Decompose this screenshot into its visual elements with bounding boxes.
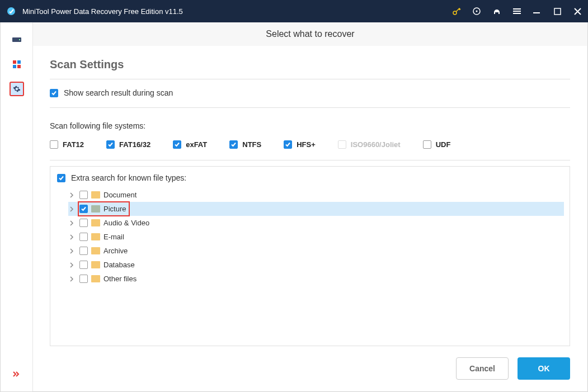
app-title: MiniTool Power Data Recovery Free Editio…	[22, 7, 451, 16]
key-icon[interactable]	[451, 6, 462, 16]
folder-icon	[91, 261, 100, 268]
folder-icon	[91, 205, 100, 212]
fs-iso: ISO9660/Joliet	[338, 140, 401, 149]
tree-row-database[interactable]: Database	[68, 258, 564, 272]
fs-hfs-label: HFS+	[297, 140, 316, 149]
tree-row-archive[interactable]: Archive	[68, 244, 564, 258]
tree-email-checkbox[interactable]	[79, 233, 88, 241]
fs-fat1632[interactable]: FAT16/32	[106, 140, 150, 149]
sidebar-item-recovery[interactable]	[10, 32, 24, 47]
svg-rect-11	[13, 60, 16, 64]
fs-exfat[interactable]: exFAT	[173, 140, 207, 149]
tree-archive-label: Archive	[104, 247, 128, 255]
tree-audio-label: Audio & Video	[104, 219, 149, 227]
chevron-right-icon[interactable]	[68, 262, 76, 268]
tree-row-other[interactable]: Other files	[68, 272, 564, 286]
tree-row-picture[interactable]: Picture	[68, 202, 564, 216]
svg-rect-6	[513, 13, 521, 14]
svg-rect-8	[554, 8, 561, 15]
banner-title: Select what to recover	[33, 22, 587, 46]
chevron-right-icon[interactable]	[68, 192, 76, 198]
sidebar-item-devices[interactable]	[10, 57, 24, 72]
fs-udf-checkbox[interactable]	[423, 140, 431, 149]
fs-section-label: Scan following file systems:	[50, 121, 570, 130]
fs-exfat-label: exFAT	[186, 140, 207, 149]
svg-rect-7	[533, 12, 540, 13]
fs-fat12-label: FAT12	[63, 140, 84, 149]
fs-hfs-checkbox[interactable]	[284, 140, 292, 149]
maximize-icon[interactable]	[552, 6, 562, 16]
extra-search-box: Extra search for known file types: Docum…	[50, 166, 570, 346]
svg-rect-13	[13, 65, 16, 68]
tree-database-label: Database	[104, 261, 135, 269]
chevron-right-icon[interactable]	[68, 276, 76, 282]
folder-icon	[91, 275, 100, 282]
ok-button[interactable]: OK	[518, 357, 570, 380]
tree-picture-checkbox[interactable]	[79, 205, 88, 213]
fs-iso-label: ISO9660/Joliet	[351, 140, 401, 149]
fs-row: FAT12 FAT16/32 exFAT NTFS HFS+ ISO9660/J…	[50, 140, 570, 160]
extra-search-checkbox[interactable]	[57, 174, 65, 182]
tree-other-label: Other files	[104, 275, 137, 283]
fs-hfs[interactable]: HFS+	[284, 140, 316, 149]
tree-row-audio-video[interactable]: Audio & Video	[68, 216, 564, 230]
chevron-right-icon[interactable]	[68, 206, 76, 212]
disc-icon[interactable]	[472, 6, 482, 16]
show-search-label: Show search result during scan	[64, 88, 173, 97]
svg-rect-5	[513, 11, 521, 12]
chevron-right-icon[interactable]	[68, 248, 76, 254]
tree-database-checkbox[interactable]	[79, 261, 88, 269]
fs-udf[interactable]: UDF	[423, 140, 451, 149]
extra-search-label: Extra search for known file types:	[71, 173, 186, 182]
fs-fat12-checkbox[interactable]	[50, 140, 58, 149]
svg-point-3	[476, 11, 478, 12]
tree-document-checkbox[interactable]	[79, 191, 88, 199]
fs-fat12[interactable]: FAT12	[50, 140, 84, 149]
fs-udf-label: UDF	[436, 140, 451, 149]
chevron-right-icon[interactable]	[68, 220, 76, 226]
tree-row-email[interactable]: E-mail	[68, 230, 564, 244]
sidebar	[1, 22, 33, 391]
folder-icon	[91, 219, 100, 226]
sidebar-item-settings[interactable]	[10, 82, 24, 96]
folder-icon	[91, 191, 100, 199]
svg-rect-10	[19, 39, 20, 40]
tree-document-label: Document	[104, 191, 137, 199]
headphones-icon[interactable]	[492, 6, 502, 16]
svg-point-0	[7, 7, 15, 15]
app-logo-icon	[6, 6, 17, 17]
fs-ntfs-label: NTFS	[242, 140, 261, 149]
cancel-button[interactable]: Cancel	[456, 357, 509, 380]
tree-archive-checkbox[interactable]	[79, 247, 88, 255]
show-search-row: Show search result during scan	[50, 79, 570, 108]
fs-exfat-checkbox[interactable]	[173, 140, 181, 149]
folder-icon	[91, 233, 100, 240]
folder-icon	[91, 247, 100, 254]
fs-ntfs-checkbox[interactable]	[229, 140, 238, 149]
tree-other-checkbox[interactable]	[79, 275, 88, 283]
menu-icon[interactable]	[512, 6, 522, 16]
sidebar-expand-icon[interactable]	[10, 367, 24, 381]
close-icon[interactable]	[572, 6, 582, 16]
svg-rect-14	[17, 65, 21, 68]
tree-email-label: E-mail	[104, 233, 124, 241]
titlebar-controls	[451, 6, 582, 16]
fs-ntfs[interactable]: NTFS	[229, 140, 261, 149]
minimize-icon[interactable]	[532, 6, 542, 16]
file-type-tree: Document Picture Audio & Video	[68, 188, 564, 286]
titlebar: MiniTool Power Data Recovery Free Editio…	[0, 0, 588, 22]
tree-row-document[interactable]: Document	[68, 188, 564, 202]
fs-fat1632-checkbox[interactable]	[106, 140, 115, 149]
svg-rect-4	[513, 8, 521, 10]
fs-iso-checkbox	[338, 140, 346, 149]
tree-picture-label: Picture	[104, 205, 126, 213]
page-title: Scan Settings	[50, 58, 570, 79]
fs-fat1632-label: FAT16/32	[119, 140, 150, 149]
chevron-right-icon[interactable]	[68, 234, 76, 240]
svg-rect-12	[17, 60, 21, 64]
show-search-checkbox[interactable]	[50, 89, 58, 97]
tree-audio-checkbox[interactable]	[79, 219, 88, 227]
